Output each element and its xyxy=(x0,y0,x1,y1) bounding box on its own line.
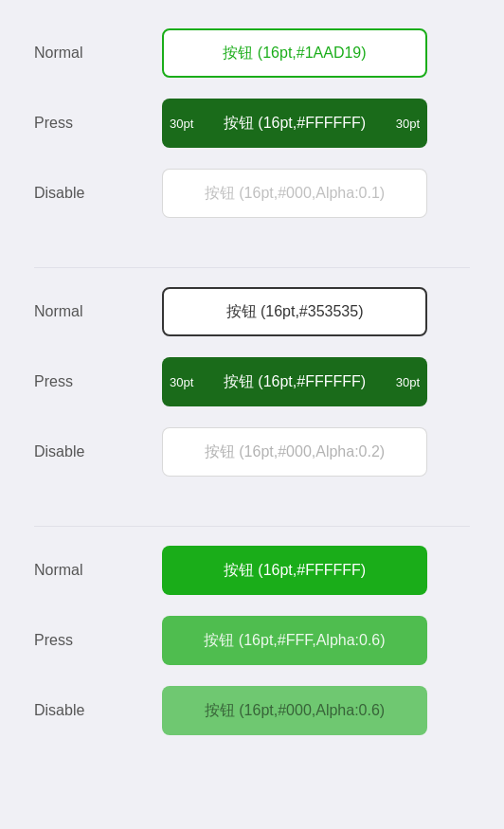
row-s2-press: Press 30pt 按钮 (16pt,#FFFFFF) 30pt xyxy=(34,357,470,406)
btn-s2-normal-text: 按钮 (16pt,#353535) xyxy=(226,302,364,322)
section-3: Normal 按钮 (16pt,#FFFFFF) Press 按钮 (16pt,… xyxy=(34,546,470,756)
btn-s3-press-text: 按钮 (16pt,#FFF,Alpha:0.6) xyxy=(204,631,385,651)
btn-s1-disable: 按钮 (16pt,#000,Alpha:0.1) xyxy=(162,169,427,218)
label-s3-disable: Disable xyxy=(34,702,119,719)
label-s3-normal: Normal xyxy=(34,562,119,579)
btn-s1-press-right: 30pt xyxy=(388,117,427,131)
btn-wrap-s2-normal: 按钮 (16pt,#353535) xyxy=(119,287,470,336)
btn-wrap-s2-press: 30pt 按钮 (16pt,#FFFFFF) 30pt xyxy=(119,357,470,406)
btn-s1-normal-text: 按钮 (16pt,#1AAD19) xyxy=(223,44,366,63)
btn-s1-press-text: 按钮 (16pt,#FFFFFF) xyxy=(201,114,387,134)
btn-wrap-s3-press: 按钮 (16pt,#FFF,Alpha:0.6) xyxy=(119,616,470,665)
btn-s2-disable: 按钮 (16pt,#000,Alpha:0.2) xyxy=(162,427,427,477)
btn-s3-normal[interactable]: 按钮 (16pt,#FFFFFF) xyxy=(162,546,427,595)
btn-wrap-s2-disable: 按钮 (16pt,#000,Alpha:0.2) xyxy=(119,427,470,477)
row-s3-normal: Normal 按钮 (16pt,#FFFFFF) xyxy=(34,546,470,595)
label-s3-press: Press xyxy=(34,632,119,649)
btn-wrap-s3-normal: 按钮 (16pt,#FFFFFF) xyxy=(119,546,470,595)
btn-s2-press-right: 30pt xyxy=(388,375,427,389)
btn-wrap-s1-normal: 按钮 (16pt,#1AAD19) xyxy=(119,28,470,78)
divider-2 xyxy=(34,526,470,527)
row-s1-press: Press 30pt 按钮 (16pt,#FFFFFF) 30pt xyxy=(34,99,470,148)
btn-s3-disable-text: 按钮 (16pt,#000,Alpha:0.6) xyxy=(205,701,385,721)
label-s2-disable: Disable xyxy=(34,443,119,460)
label-s2-press: Press xyxy=(34,373,119,390)
section-1: Normal 按钮 (16pt,#1AAD19) Press 30pt 按钮 (… xyxy=(34,28,470,239)
label-s1-press: Press xyxy=(34,115,119,132)
row-s3-disable: Disable 按钮 (16pt,#000,Alpha:0.6) xyxy=(34,686,470,735)
row-s1-disable: Disable 按钮 (16pt,#000,Alpha:0.1) xyxy=(34,169,470,218)
divider-1 xyxy=(34,267,470,268)
row-s2-normal: Normal 按钮 (16pt,#353535) xyxy=(34,287,470,336)
btn-s3-normal-text: 按钮 (16pt,#FFFFFF) xyxy=(224,561,366,581)
btn-s3-disable: 按钮 (16pt,#000,Alpha:0.6) xyxy=(162,686,427,735)
btn-s2-press[interactable]: 30pt 按钮 (16pt,#FFFFFF) 30pt xyxy=(162,357,427,406)
row-s2-disable: Disable 按钮 (16pt,#000,Alpha:0.2) xyxy=(34,427,470,477)
btn-s2-press-left: 30pt xyxy=(162,375,201,389)
label-s1-disable: Disable xyxy=(34,185,119,202)
row-s1-normal: Normal 按钮 (16pt,#1AAD19) xyxy=(34,28,470,78)
btn-s1-normal[interactable]: 按钮 (16pt,#1AAD19) xyxy=(162,28,427,78)
btn-s2-normal[interactable]: 按钮 (16pt,#353535) xyxy=(162,287,427,336)
btn-s1-press-left: 30pt xyxy=(162,117,201,131)
btn-s3-press[interactable]: 按钮 (16pt,#FFF,Alpha:0.6) xyxy=(162,616,427,665)
btn-s1-press[interactable]: 30pt 按钮 (16pt,#FFFFFF) 30pt xyxy=(162,99,427,148)
btn-wrap-s3-disable: 按钮 (16pt,#000,Alpha:0.6) xyxy=(119,686,470,735)
btn-s2-disable-text: 按钮 (16pt,#000,Alpha:0.2) xyxy=(205,442,385,462)
btn-wrap-s1-disable: 按钮 (16pt,#000,Alpha:0.1) xyxy=(119,169,470,218)
label-s1-normal: Normal xyxy=(34,45,119,62)
btn-s1-disable-text: 按钮 (16pt,#000,Alpha:0.1) xyxy=(205,184,385,204)
section-2: Normal 按钮 (16pt,#353535) Press 30pt 按钮 (… xyxy=(34,287,470,497)
row-s3-press: Press 按钮 (16pt,#FFF,Alpha:0.6) xyxy=(34,616,470,665)
btn-wrap-s1-press: 30pt 按钮 (16pt,#FFFFFF) 30pt xyxy=(119,99,470,148)
btn-s2-press-text: 按钮 (16pt,#FFFFFF) xyxy=(201,372,387,392)
label-s2-normal: Normal xyxy=(34,303,119,320)
